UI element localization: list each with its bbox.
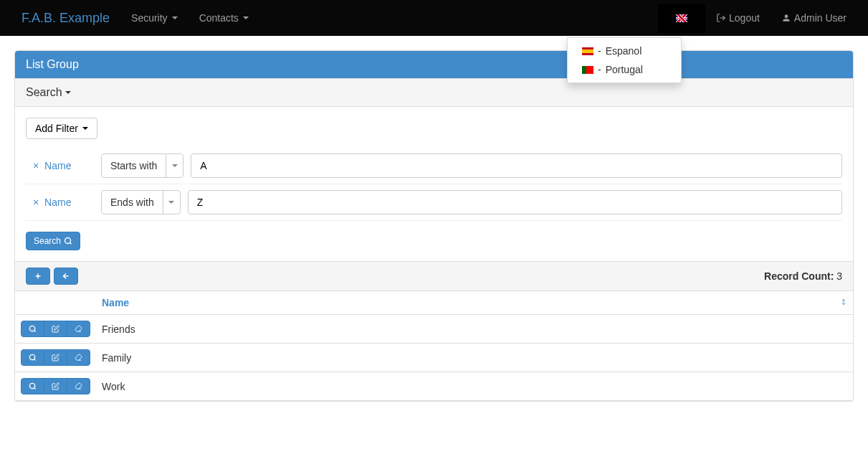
back-button[interactable] [54, 268, 78, 285]
caret-icon [82, 127, 88, 130]
nav-logout-label: Logout [729, 12, 760, 24]
filter-field-link[interactable]: × Name [26, 197, 94, 208]
nav-contacts-label: Contacts [199, 12, 239, 24]
lang-option-portugal[interactable]: - Portugal [568, 60, 681, 79]
record-count-label: Record Count: [764, 270, 834, 282]
lang-option-espanol[interactable]: - Espanol [568, 42, 681, 60]
nav-contacts[interactable]: Contacts [189, 1, 259, 34]
table-row: Friends [15, 315, 853, 344]
arrow-left-icon [62, 272, 70, 280]
eraser-icon [75, 354, 82, 361]
actions-cell [15, 344, 96, 372]
sort-icon [840, 297, 847, 307]
name-cell: Family [96, 344, 853, 372]
caret-icon [172, 16, 178, 19]
svg-line-1 [70, 242, 71, 244]
actions-cell [15, 315, 96, 344]
view-button[interactable] [21, 349, 44, 366]
filter-operator-select[interactable]: Starts with [101, 153, 183, 178]
search-body: Add Filter × Name Starts with [15, 107, 853, 261]
svg-point-6 [29, 326, 34, 331]
name-column-header[interactable]: Name [96, 291, 853, 315]
delete-button[interactable] [67, 321, 90, 337]
list-group-panel: List Group Search Add Filter × Name Star… [14, 50, 854, 402]
edit-button[interactable] [44, 378, 67, 394]
record-count-value: 3 [836, 270, 842, 282]
filter-value-input[interactable] [191, 153, 842, 178]
record-count: Record Count: 3 [764, 270, 842, 282]
add-button[interactable] [26, 268, 50, 285]
view-button[interactable] [21, 378, 44, 394]
caret-icon [65, 91, 71, 94]
delete-button[interactable] [67, 349, 90, 366]
remove-filter-icon: × [33, 197, 39, 208]
edit-icon [52, 354, 59, 361]
nav-language[interactable] [658, 4, 705, 33]
svg-point-8 [29, 354, 34, 359]
filter-operator-value: Starts with [102, 154, 166, 177]
search-icon [29, 325, 37, 333]
filter-value-input[interactable] [188, 190, 842, 214]
svg-line-7 [34, 331, 36, 332]
add-filter-button[interactable]: Add Filter [26, 118, 97, 139]
logout-icon [716, 13, 726, 23]
edit-button[interactable] [44, 349, 67, 366]
panel-title: List Group [15, 51, 853, 78]
filter-operator-value: Ends with [102, 191, 163, 214]
flag-es-icon [582, 47, 593, 55]
svg-point-0 [65, 238, 71, 244]
search-label: Search [26, 86, 62, 99]
nav-logout[interactable]: Logout [705, 1, 771, 34]
table-row: Work [15, 372, 853, 401]
search-button-label: Search [34, 236, 61, 246]
svg-line-9 [34, 359, 36, 361]
delete-button[interactable] [67, 378, 90, 394]
filter-field: Name [44, 160, 71, 171]
edit-button[interactable] [44, 321, 67, 337]
add-filter-label: Add Filter [35, 123, 78, 134]
edit-icon [52, 325, 59, 333]
search-icon [29, 382, 37, 390]
caret-icon [243, 16, 249, 19]
svg-line-11 [34, 388, 36, 389]
svg-point-10 [29, 383, 34, 388]
column-label: Name [102, 297, 129, 308]
select-arrow [166, 154, 183, 177]
lang-label: Portugal [606, 64, 643, 75]
search-button[interactable]: Search [26, 232, 80, 250]
nav-security-label: Security [131, 12, 168, 24]
nav-security[interactable]: Security [120, 1, 189, 34]
search-icon [29, 354, 37, 361]
filter-operator-select[interactable]: Ends with [101, 190, 181, 214]
filter-field: Name [44, 197, 71, 208]
eraser-icon [75, 382, 82, 390]
eraser-icon [75, 325, 82, 333]
remove-filter-icon: × [33, 160, 39, 171]
list-toolbar: Record Count: 3 [15, 261, 853, 291]
language-dropdown: - Espanol - Portugal [567, 37, 682, 83]
view-button[interactable] [21, 321, 44, 337]
filter-row: × Name Starts with [26, 148, 842, 184]
actions-column-header [15, 291, 96, 315]
navbar: F.A.B. Example Security Contacts Logout … [0, 0, 868, 36]
actions-cell [15, 372, 96, 401]
brand-link[interactable]: F.A.B. Example [11, 0, 120, 37]
plus-icon [34, 272, 42, 280]
edit-icon [52, 382, 59, 390]
name-cell: Work [96, 372, 853, 401]
flag-pt-icon [582, 66, 593, 74]
data-table: Name [15, 291, 853, 401]
name-cell: Friends [96, 315, 853, 344]
table-row: Family [15, 344, 853, 372]
filter-row: × Name Ends with [26, 184, 842, 221]
nav-admin-user-label: Admin User [794, 12, 846, 24]
nav-admin-user[interactable]: Admin User [771, 1, 857, 34]
select-arrow [163, 191, 180, 214]
lang-label: Espanol [606, 45, 642, 57]
search-toggle[interactable]: Search [15, 78, 853, 107]
filter-field-link[interactable]: × Name [26, 160, 94, 171]
search-icon [64, 237, 72, 245]
user-icon [781, 13, 791, 23]
flag-en-icon [676, 14, 687, 22]
